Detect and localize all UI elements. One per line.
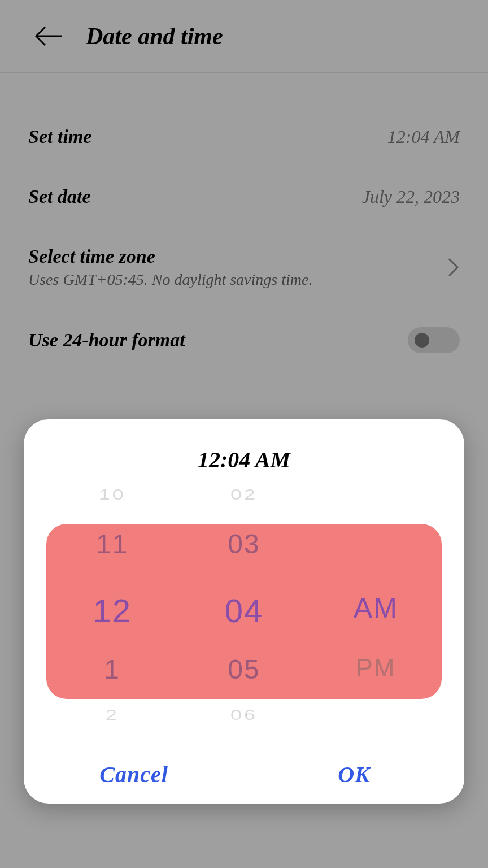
toggle-knob — [415, 333, 429, 348]
hour-item: 1 — [46, 654, 178, 685]
hour-picker[interactable]: 10 11 12 1 2 — [46, 484, 178, 727]
set-time-label: Set time — [28, 126, 91, 147]
dialog-title: 12:04 AM — [24, 446, 464, 473]
use-24h-label: Use 24-hour format — [28, 329, 185, 351]
set-time-value: 12:04 AM — [387, 127, 460, 147]
timezone-label: Select time zone — [28, 246, 312, 267]
set-date-label: Set date — [28, 186, 90, 207]
settings-list: Set time 12:04 AM Set date July 22, 2023… — [0, 73, 488, 372]
chevron-right-icon — [447, 257, 460, 277]
ampm-item: PM — [310, 654, 442, 682]
setting-timezone[interactable]: Select time zone Uses GMT+05:45. No dayl… — [28, 227, 460, 308]
set-date-value: July 22, 2023 — [362, 186, 460, 207]
minute-item-selected: 04 — [178, 592, 310, 630]
minute-item: 05 — [178, 654, 310, 685]
minute-picker[interactable]: 02 03 04 05 06 — [178, 484, 310, 727]
page-title: Date and time — [86, 23, 223, 50]
hour-item: 11 — [46, 528, 178, 559]
timezone-sub: Uses GMT+05:45. No daylight savings time… — [28, 271, 312, 289]
ok-button[interactable]: OK — [244, 761, 464, 788]
minute-item: 03 — [178, 528, 310, 559]
setting-set-date[interactable]: Set date July 22, 2023 — [28, 167, 460, 227]
setting-set-time[interactable]: Set time 12:04 AM — [28, 107, 460, 167]
hour-item-selected: 12 — [46, 592, 178, 630]
back-button[interactable] — [34, 25, 63, 47]
arrow-left-icon — [34, 26, 63, 46]
setting-24h-format[interactable]: Use 24-hour format — [28, 308, 460, 372]
minute-item: 02 — [178, 487, 310, 503]
time-picker-dialog: 12:04 AM 10 11 12 1 2 02 03 04 05 06 — [24, 419, 464, 804]
hour-item: 2 — [46, 707, 178, 723]
ampm-item-selected: AM — [310, 592, 442, 624]
use-24h-toggle[interactable] — [408, 327, 460, 353]
minute-item: 06 — [178, 707, 310, 723]
hour-item: 10 — [46, 487, 178, 503]
ampm-picker[interactable]: AM PM — [310, 484, 442, 727]
cancel-button[interactable]: Cancel — [24, 761, 244, 788]
